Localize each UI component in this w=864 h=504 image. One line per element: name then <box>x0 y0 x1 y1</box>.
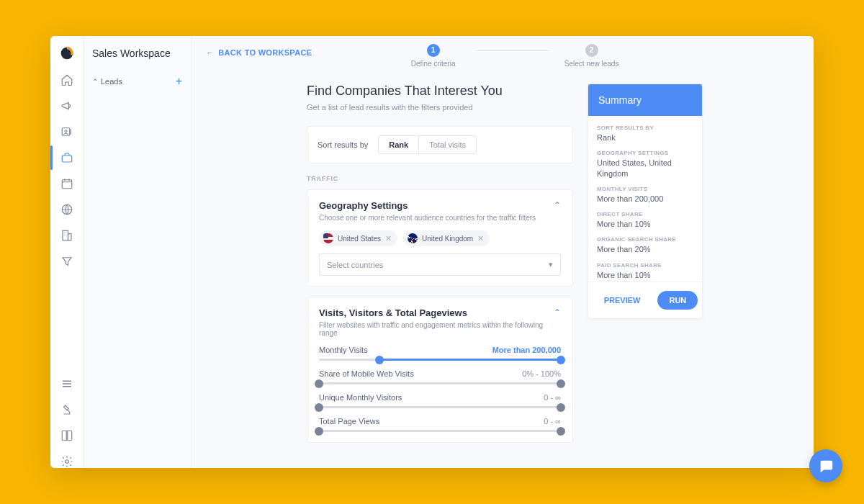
megaphone-icon[interactable] <box>60 99 73 112</box>
remove-uk-button[interactable]: ✕ <box>477 234 484 243</box>
run-button[interactable]: RUN <box>657 291 698 310</box>
book-icon[interactable] <box>60 429 73 442</box>
pageviews-slider: Total Page Views 0 - ∞ <box>319 417 561 432</box>
home-icon[interactable] <box>60 73 73 86</box>
svg-rect-6 <box>63 230 68 240</box>
briefcase-icon[interactable] <box>60 151 73 164</box>
summary-value: United States, United Kingdom <box>597 158 693 179</box>
calendar-icon[interactable] <box>60 177 73 190</box>
step-select-leads[interactable]: 2 Select new leads <box>549 44 635 68</box>
menu-icon[interactable] <box>60 377 73 390</box>
step-connector <box>477 50 549 51</box>
remove-us-button[interactable]: ✕ <box>385 234 392 243</box>
summary-card: Summary SORT RESULTS BYRank GEOGRAPHY SE… <box>588 84 703 319</box>
summary-value: More than 200,000 <box>597 194 693 204</box>
chat-fab[interactable] <box>809 449 842 482</box>
back-to-workspace-link[interactable]: ← BACK TO WORKSPACE <box>206 48 312 57</box>
monthly-visits-value: More than 200,000 <box>492 346 561 354</box>
country-chip-uk: United Kingdom ✕ <box>403 230 490 246</box>
summary-value: Rank <box>597 132 693 143</box>
slider-thumb-min[interactable] <box>375 356 384 364</box>
chip-us-label: United States <box>338 235 381 243</box>
summary-key: MONTHLY VISITS <box>597 186 693 192</box>
svg-rect-1 <box>62 128 70 136</box>
mobile-share-label: Share of Mobile Web Visits <box>319 369 414 378</box>
chip-uk-label: United Kingdom <box>422 235 473 243</box>
traffic-section-tag: TRAFFIC <box>307 175 573 182</box>
pageviews-value: 0 - ∞ <box>544 417 561 426</box>
monthly-visits-slider: Monthly Visits More than 200,000 <box>319 346 561 361</box>
visits-collapse-button[interactable]: ⌃ <box>554 307 561 318</box>
flag-uk-icon <box>408 233 418 243</box>
topbar: ← BACK TO WORKSPACE 1 Define criteria 2 … <box>192 36 814 69</box>
summary-value: More than 20% <box>597 244 693 254</box>
summary-value: More than 10% <box>597 270 693 280</box>
unique-visitors-slider: Unique Monthly Visitors 0 - ∞ <box>319 393 561 408</box>
form-column: Find Companies That Interest You Get a l… <box>307 84 573 468</box>
back-label: BACK TO WORKSPACE <box>218 48 312 57</box>
slider-thumb-max[interactable] <box>557 379 565 388</box>
step-1-label: Define criteria <box>411 60 456 68</box>
svg-rect-4 <box>62 180 72 189</box>
preview-button[interactable]: PREVIEW <box>593 291 652 310</box>
geography-collapse-button[interactable]: ⌃ <box>554 200 561 210</box>
page-title: Find Companies That Interest You <box>307 84 573 99</box>
app-window: Sales Workspace ⌃Leads + ← BACK TO WORKS… <box>50 36 814 468</box>
svg-rect-3 <box>62 156 72 162</box>
pageviews-label: Total Page Views <box>319 417 379 426</box>
chevron-down-icon: ▾ <box>549 260 553 269</box>
summary-key: DIRECT SHARE <box>597 211 693 217</box>
settings-icon[interactable] <box>60 455 73 468</box>
country-chip-us: United States ✕ <box>319 230 397 246</box>
summary-title: Summary <box>588 84 702 116</box>
geography-subtitle: Choose one or more relevant audience cou… <box>319 214 536 222</box>
country-select-placeholder: Select countries <box>327 261 383 269</box>
geography-card: Geography Settings Choose one or more re… <box>307 189 573 287</box>
unique-visitors-value: 0 - ∞ <box>544 393 561 402</box>
page-subtitle: Get a list of lead results with the filt… <box>307 103 573 112</box>
svg-rect-7 <box>68 234 71 240</box>
main-area: ← BACK TO WORKSPACE 1 Define criteria 2 … <box>192 36 814 468</box>
slider-thumb-max[interactable] <box>557 427 565 436</box>
step-define-criteria[interactable]: 1 Define criteria <box>390 44 477 68</box>
svg-point-8 <box>65 460 68 464</box>
geography-title: Geography Settings <box>319 200 536 211</box>
slider-thumb-min[interactable] <box>315 379 323 388</box>
unique-visitors-label: Unique Monthly Visitors <box>319 393 402 402</box>
summary-key: SORT RESULTS BY <box>597 125 693 131</box>
country-chips: United States ✕ United Kingdom ✕ <box>319 230 561 246</box>
summary-key: ORGANIC SEARCH SHARE <box>597 236 693 243</box>
chevron-down-icon: ⌃ <box>92 78 98 86</box>
microscope-icon[interactable] <box>60 403 73 416</box>
building-icon[interactable] <box>60 229 73 242</box>
sort-label: Sort results by <box>318 140 368 149</box>
slider-thumb-min[interactable] <box>315 427 323 436</box>
svg-point-2 <box>65 130 67 132</box>
flag-us-icon <box>323 233 333 243</box>
summary-actions: PREVIEW RUN <box>588 282 702 318</box>
filter-icon[interactable] <box>60 255 73 268</box>
visits-title: Visits, Visitors & Total Pageviews <box>319 307 554 318</box>
sort-option-visits[interactable]: Total visits <box>419 136 476 153</box>
globe-icon[interactable] <box>60 203 73 216</box>
leads-section-toggle[interactable]: ⌃Leads + <box>92 75 182 88</box>
sort-segmented-control: Rank Total visits <box>378 135 477 154</box>
sort-card: Sort results by Rank Total visits <box>307 126 573 163</box>
country-select[interactable]: Select countries ▾ <box>319 253 561 276</box>
leads-label: Leads <box>101 77 122 86</box>
unique-visitors-track[interactable] <box>319 406 561 408</box>
sort-option-rank[interactable]: Rank <box>379 136 419 153</box>
step-2-number: 2 <box>585 44 598 57</box>
add-lead-button[interactable]: + <box>176 75 182 88</box>
slider-thumb-min[interactable] <box>315 403 323 412</box>
slider-thumb-max[interactable] <box>557 403 565 412</box>
monthly-visits-track[interactable] <box>319 359 561 361</box>
summary-key: GEOGRAPHY SETTINGS <box>597 150 693 156</box>
mobile-share-slider: Share of Mobile Web Visits 0% - 100% <box>319 369 561 384</box>
brand-logo <box>60 46 74 60</box>
slider-thumb-max[interactable] <box>557 356 565 364</box>
contacts-icon[interactable] <box>60 125 73 138</box>
arrow-left-icon: ← <box>206 48 214 57</box>
mobile-share-track[interactable] <box>319 382 561 384</box>
pageviews-track[interactable] <box>319 430 561 432</box>
